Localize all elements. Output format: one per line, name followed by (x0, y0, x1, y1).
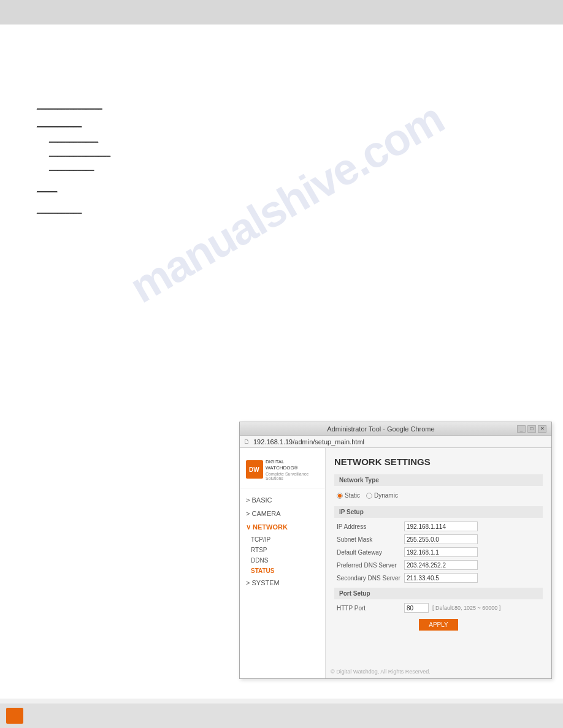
secondary-dns-label: Secondary DNS Server (337, 575, 404, 582)
network-type-radio-group[interactable]: Static Dynamic (334, 490, 543, 501)
admin-ui: DW DIGITALWATCHDOG® Complete Surveillanc… (240, 448, 551, 678)
brand-sub: Complete Surveillance Solutions (266, 472, 319, 480)
ip-address-input[interactable] (404, 521, 478, 531)
sidebar-sub-ddns[interactable]: DDNS (240, 555, 325, 566)
http-port-label: HTTP Port (337, 605, 404, 612)
browser-titlebar: Administrator Tool - Google Chrome _ □ ✕ (240, 422, 551, 436)
sidebar-sub-status[interactable]: STATUS (240, 566, 325, 576)
sidebar-item-network[interactable]: ∨ NETWORK (240, 520, 325, 534)
page-icon: 🗋 (243, 438, 251, 446)
sidebar-item-camera[interactable]: > CAMERA (240, 507, 325, 520)
footer-copyright: © Digital Watchdog, All Rights Reserved. (331, 669, 431, 675)
link-3[interactable]: ____________ (49, 134, 98, 143)
radio-static-label: Static (345, 492, 360, 499)
text-paragraph-3 (37, 81, 245, 93)
apply-button[interactable]: APPLY (419, 619, 458, 631)
sidebar-sub-tcpip[interactable]: TCP/IP (240, 534, 325, 545)
browser-controls[interactable]: _ □ ✕ (517, 425, 546, 433)
close-btn[interactable]: ✕ (538, 425, 546, 433)
network-type-section: Network Type (334, 474, 543, 486)
ip-address-row: IP Address (334, 521, 543, 531)
sidebar-sub-rtsp[interactable]: RTSP (240, 545, 325, 555)
http-port-input[interactable] (404, 603, 429, 613)
browser-screenshot: Administrator Tool - Google Chrome _ □ ✕… (239, 422, 552, 679)
network-settings-title: NETWORK SETTINGS (334, 457, 543, 467)
text-paragraph-2 (37, 62, 245, 74)
link-1[interactable]: ________________ (37, 101, 102, 110)
main-content: manualshive.com ________________ _______… (0, 25, 563, 699)
admin-sidebar: DW DIGITALWATCHDOG® Complete Surveillanc… (240, 448, 326, 678)
link-4[interactable]: _______________ (49, 148, 110, 157)
top-bar (0, 0, 563, 25)
minimize-btn[interactable]: _ (517, 425, 526, 433)
radio-dynamic[interactable]: Dynamic (366, 492, 398, 499)
bottom-button[interactable] (6, 708, 23, 724)
bottom-bar (0, 703, 563, 728)
secondary-dns-input[interactable] (404, 573, 478, 583)
subnet-mask-label: Subnet Mask (337, 536, 404, 543)
link-2[interactable]: ___________ (37, 119, 82, 127)
radio-static-dot[interactable] (337, 493, 343, 499)
maximize-btn[interactable]: □ (527, 425, 536, 433)
radio-static[interactable]: Static (337, 492, 360, 499)
default-gateway-input[interactable] (404, 547, 478, 557)
default-gateway-row: Default Gateway (334, 547, 543, 557)
http-port-row: HTTP Port [ Default:80, 1025 ~ 60000 ] (334, 603, 543, 613)
admin-content-area: NETWORK SETTINGS Network Type Static Dyn… (326, 448, 551, 678)
radio-dynamic-label: Dynamic (374, 492, 398, 499)
link-7[interactable]: ___________ (37, 205, 82, 214)
preferred-dns-row: Preferred DNS Server (334, 560, 543, 570)
subnet-mask-input[interactable] (404, 534, 478, 544)
address-text: 192.168.1.19/admin/setup_main.html (253, 438, 364, 446)
preferred-dns-input[interactable] (404, 560, 478, 570)
dw-icon: DW (246, 460, 263, 479)
sidebar-item-basic[interactable]: > BASIC (240, 493, 325, 507)
link-5[interactable]: ___________ (49, 162, 94, 171)
ip-address-label: IP Address (337, 523, 404, 530)
radio-dynamic-dot[interactable] (366, 493, 372, 499)
sidebar-item-system[interactable]: > SYSTEM (240, 576, 325, 590)
svg-text:DW: DW (249, 466, 259, 473)
port-setup-section: Port Setup (334, 588, 543, 599)
browser-addressbar[interactable]: 🗋 192.168.1.19/admin/setup_main.html (240, 436, 551, 448)
http-port-note: [ Default:80, 1025 ~ 60000 ] (432, 605, 500, 611)
secondary-dns-row: Secondary DNS Server (334, 573, 543, 583)
brand-name: DIGITALWATCHDOG® (266, 459, 319, 472)
subnet-mask-row: Subnet Mask (334, 534, 543, 544)
preferred-dns-label: Preferred DNS Server (337, 562, 404, 569)
browser-title: Administrator Tool - Google Chrome (245, 425, 517, 433)
dw-logo: DW DIGITALWATCHDOG® Complete Surveillanc… (240, 454, 325, 488)
text-paragraph-1 (37, 43, 245, 55)
default-gateway-label: Default Gateway (337, 549, 404, 556)
link-6[interactable]: _____ (37, 184, 57, 192)
ip-setup-section: IP Setup (334, 506, 543, 518)
